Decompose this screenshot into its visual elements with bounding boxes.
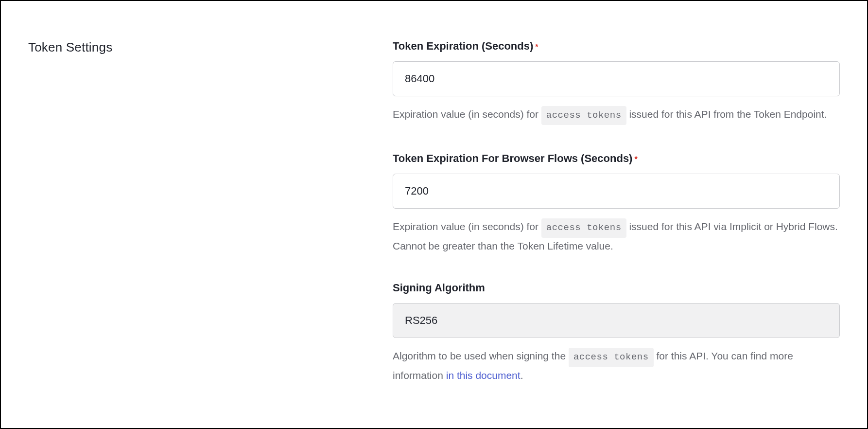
label-token-expiration-browser: Token Expiration For Browser Flows (Seco… <box>393 155 638 163</box>
field-token-expiration-browser: Token Expiration For Browser Flows (Seco… <box>393 152 840 254</box>
code-chip-access-tokens: access tokens <box>541 106 626 125</box>
help-token-expiration: Expiration value (in seconds) for access… <box>393 106 840 125</box>
help-text-suffix: issued for this API from the Token Endpo… <box>626 108 827 120</box>
help-text-prefix: Expiration value (in seconds) for <box>393 221 541 232</box>
token-settings-panel: Token Settings Token Expiration (Seconds… <box>0 0 868 429</box>
field-token-expiration: Token Expiration (Seconds)* Expiration v… <box>393 40 840 125</box>
required-asterisk: * <box>634 155 637 163</box>
token-expiration-input[interactable] <box>393 61 840 96</box>
required-asterisk: * <box>535 43 538 51</box>
signing-algorithm-input <box>393 303 840 338</box>
help-text-suffix: . <box>521 370 523 381</box>
field-signing-algorithm: Signing Algorithm Algorithm to be used w… <box>393 282 840 384</box>
label-token-expiration: Token Expiration (Seconds)* <box>393 43 538 51</box>
label-text: Signing Algorithm <box>393 282 485 294</box>
section-heading: Token Settings <box>28 40 373 55</box>
label-text: Token Expiration (Seconds) <box>393 40 533 53</box>
token-expiration-browser-input[interactable] <box>393 174 840 209</box>
code-chip-access-tokens: access tokens <box>541 218 626 237</box>
section-label-column: Token Settings <box>28 40 393 399</box>
fields-column: Token Expiration (Seconds)* Expiration v… <box>393 40 840 399</box>
label-signing-algorithm: Signing Algorithm <box>393 285 485 293</box>
help-signing-algorithm: Algorithm to be used when signing the ac… <box>393 348 840 384</box>
code-chip-access-tokens: access tokens <box>569 348 654 367</box>
help-token-expiration-browser: Expiration value (in seconds) for access… <box>393 218 840 254</box>
help-text-prefix: Expiration value (in seconds) for <box>393 108 541 120</box>
label-text: Token Expiration For Browser Flows (Seco… <box>393 152 632 165</box>
docs-link[interactable]: in this document <box>446 370 521 381</box>
help-text-prefix: Algorithm to be used when signing the <box>393 350 569 361</box>
